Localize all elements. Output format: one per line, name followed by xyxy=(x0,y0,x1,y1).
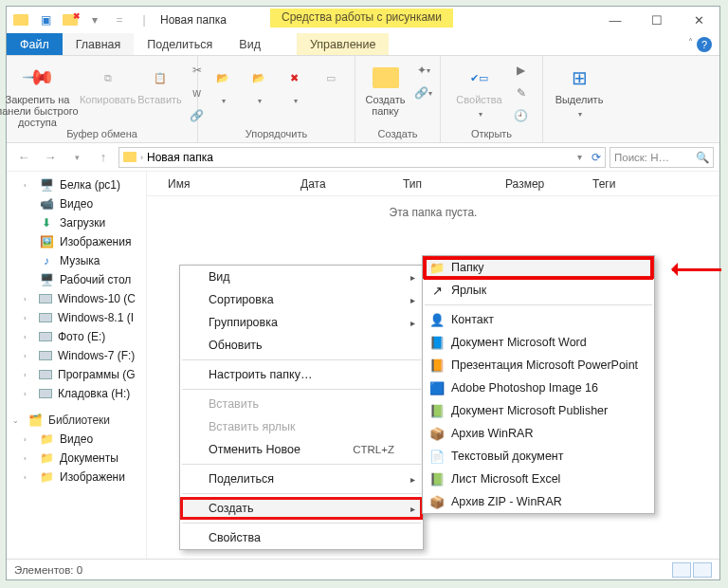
maximize-button[interactable]: ☐ xyxy=(636,7,678,33)
newfolder-label: Создать папку xyxy=(361,94,410,117)
tab-manage[interactable]: Управление xyxy=(297,33,390,55)
address-bar: ← → ▾ ↑ › Новая папка ▾ ⟳ Поиск: Н… 🔍 xyxy=(7,143,719,172)
rename-button[interactable]: ▭ xyxy=(314,60,348,92)
up-button[interactable]: ↑ xyxy=(92,146,115,169)
menu-item[interactable]: Группировка▸ xyxy=(180,311,423,334)
menu-item[interactable]: 📗Документ Microsoft Publisher xyxy=(423,399,654,422)
menu-item[interactable]: 📙Презентация Microsoft PowerPoint xyxy=(423,354,654,377)
open-icon[interactable]: ▶ xyxy=(510,60,533,81)
menu-item[interactable]: 📦Архив ZIP - WinRAR xyxy=(423,490,654,513)
select-label: Выделить xyxy=(555,94,604,105)
titlebar: ▣ ✖ ▾ = | Новая папка Средства работы с … xyxy=(7,7,719,33)
newitem-icon[interactable]: ✦▾ xyxy=(412,60,435,81)
nav-desktop[interactable]: 🖥️Рабочий стол xyxy=(7,270,146,289)
minimize-button[interactable]: — xyxy=(594,7,636,33)
tab-file[interactable]: Файл xyxy=(7,33,63,55)
nav-lib-img[interactable]: ›📁Изображени xyxy=(7,468,146,487)
col-name[interactable]: Имя xyxy=(147,177,280,191)
nav-klad[interactable]: ›Кладовка (H:) xyxy=(7,384,146,403)
qat-sep: = xyxy=(109,11,130,28)
menu-item[interactable]: Сортировка▸ xyxy=(180,288,423,311)
qat-properties-icon[interactable]: ▣ xyxy=(35,11,56,28)
edit-icon[interactable]: ✎ xyxy=(510,83,533,103)
highlight-arrow xyxy=(664,265,721,274)
newfolder-button[interactable]: Создать папку xyxy=(361,60,410,117)
tab-view[interactable]: Вид xyxy=(226,33,274,55)
copyto-icon: 📂 xyxy=(245,64,273,92)
menu-item[interactable]: 📘Документ Microsoft Word xyxy=(423,331,654,354)
nav-libraries[interactable]: ⌄🗂️Библиотеки xyxy=(7,411,146,430)
col-tags[interactable]: Теги xyxy=(572,177,647,191)
search-input[interactable]: Поиск: Н… 🔍 xyxy=(610,147,714,168)
properties-icon: ✔▭ xyxy=(465,64,494,92)
qat-dropdown[interactable]: ▾ xyxy=(84,11,105,28)
menu-item[interactable]: 📦Архив WinRAR xyxy=(423,422,654,445)
breadcrumb[interactable]: › Новая папка ▾ ⟳ xyxy=(118,147,606,168)
recent-dropdown[interactable]: ▾ xyxy=(65,146,88,169)
qat-folder-icon[interactable] xyxy=(10,11,31,28)
close-button[interactable]: ✕ xyxy=(678,7,719,33)
menu-item[interactable]: ↗Ярлык xyxy=(423,279,654,302)
delete-icon: ✖ xyxy=(281,64,309,92)
menu-item[interactable]: 👤Контакт xyxy=(423,308,654,331)
refresh-icon[interactable]: ⟳ xyxy=(592,151,601,164)
nav-prog[interactable]: ›Программы (G xyxy=(7,365,146,384)
qat-newfolder-icon[interactable]: ✖ xyxy=(60,11,81,28)
view-switcher[interactable] xyxy=(672,562,712,578)
search-placeholder: Поиск: Н… xyxy=(614,152,669,163)
menu-item[interactable]: Отменить НовоеCTRL+Z xyxy=(180,438,423,461)
nav-belka[interactable]: ›🖥️Белка (pc1) xyxy=(7,175,146,194)
explorer-window: ▣ ✖ ▾ = | Новая папка Средства работы с … xyxy=(6,6,720,580)
copy-button[interactable]: ⧉ Копировать xyxy=(82,60,135,105)
nav-lib-docs[interactable]: ›📁Документы xyxy=(7,449,146,468)
nav-images[interactable]: 🖼️Изображения xyxy=(7,232,146,251)
menu-item[interactable]: Вид▸ xyxy=(180,266,423,288)
view-large-icon[interactable] xyxy=(693,562,712,578)
copyto-button[interactable]: 📂 xyxy=(242,60,276,105)
menu-item[interactable]: Поделиться▸ xyxy=(180,468,423,490)
paste-button[interactable]: 📋 Вставить xyxy=(136,60,184,105)
window-title: Новая папка xyxy=(160,13,227,27)
back-button[interactable]: ← xyxy=(12,146,35,169)
forward-button[interactable]: → xyxy=(39,146,62,169)
properties-button[interactable]: ✔▭ Свойства xyxy=(451,60,508,119)
moveto-button[interactable]: 📂 xyxy=(206,60,240,105)
menu-item[interactable]: 📄Текстовый документ xyxy=(423,445,654,468)
menu-item[interactable]: 📁Папку xyxy=(423,256,654,279)
easyaccess-icon[interactable]: 🔗▾ xyxy=(412,83,435,103)
col-date[interactable]: Дата xyxy=(280,177,382,191)
menu-item: Вставить xyxy=(180,393,423,415)
nav-foto[interactable]: ›Фото (E:) xyxy=(7,327,146,346)
history-icon[interactable]: 🕘 xyxy=(510,105,533,126)
nav-lib-video[interactable]: ›📁Видео xyxy=(7,430,146,449)
pin-icon: 📌 xyxy=(17,58,57,98)
col-size[interactable]: Размер xyxy=(484,177,572,191)
menu-item[interactable]: Создать▸ xyxy=(180,497,423,520)
menu-item[interactable]: 🟦Adobe Photoshop Image 16 xyxy=(423,377,654,399)
nav-video[interactable]: 📹Видео xyxy=(7,194,146,213)
menu-item[interactable]: 📗Лист Microsoft Excel xyxy=(423,468,654,490)
column-headers[interactable]: Имя Дата Тип Размер Теги xyxy=(147,172,719,196)
nav-music[interactable]: ♪Музыка xyxy=(7,251,146,270)
tab-home[interactable]: Главная xyxy=(63,33,135,55)
menu-item[interactable]: Обновить xyxy=(180,334,423,357)
select-button[interactable]: ⊞ Выделить xyxy=(551,60,608,119)
ribbon: 📌 Закрепить на панели быстрого доступа ⧉… xyxy=(7,56,719,143)
nav-tree[interactable]: ›🖥️Белка (pc1) 📹Видео ⬇Загрузки 🖼️Изобра… xyxy=(7,172,147,559)
menu-item[interactable]: Настроить папку… xyxy=(180,363,423,386)
menu-item[interactable]: Свойства xyxy=(180,526,423,549)
nav-downloads[interactable]: ⬇Загрузки xyxy=(7,213,146,232)
tab-share[interactable]: Поделиться xyxy=(134,33,226,55)
delete-button[interactable]: ✖ xyxy=(278,60,312,105)
pin-button[interactable]: 📌 Закрепить на панели быстрого доступа xyxy=(0,60,80,128)
col-type[interactable]: Тип xyxy=(382,177,484,191)
nav-win10[interactable]: ›Windows-10 (C xyxy=(7,289,146,308)
context-tab-label: Средства работы с рисунками xyxy=(270,9,453,28)
view-details-icon[interactable] xyxy=(672,562,691,578)
breadcrumb-dropdown-icon[interactable]: ▾ xyxy=(577,152,582,162)
nav-win81[interactable]: ›Windows-8.1 (I xyxy=(7,308,146,327)
moveto-icon: 📂 xyxy=(209,64,237,92)
nav-win7[interactable]: ›Windows-7 (F:) xyxy=(7,346,146,365)
help-icon[interactable]: ? xyxy=(697,37,712,52)
quick-access-toolbar: ▣ ✖ ▾ = | xyxy=(7,11,155,28)
